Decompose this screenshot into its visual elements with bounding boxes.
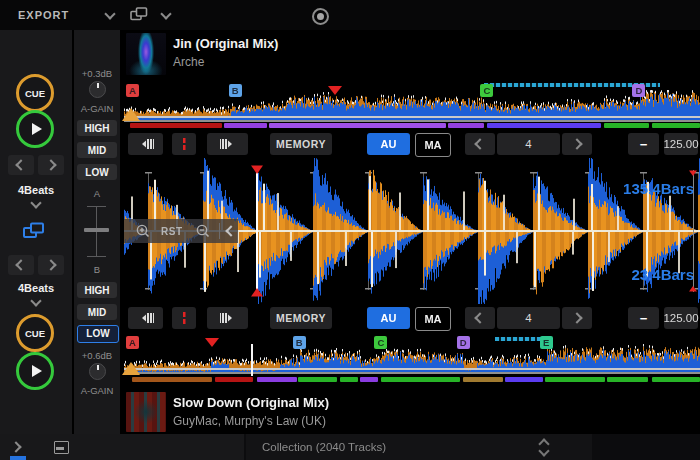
deck-b-beat-jump-fwd-button[interactable] (38, 255, 64, 275)
hot-cue-marker-C[interactable]: C (480, 84, 493, 97)
hot-cue-marker-B[interactable]: B (229, 84, 242, 97)
layout-switcher-icon[interactable] (130, 7, 148, 26)
chevron-left-icon (474, 138, 485, 149)
browser-panel-icon[interactable] (54, 441, 69, 454)
deck-b-cue-label: CUE (25, 328, 45, 339)
export-mode-label[interactable]: EXPORT (18, 9, 69, 21)
chevron-right-icon (45, 159, 56, 170)
deck-a-eq-low-button[interactable]: LOW (77, 164, 117, 180)
transport-sidebar: CUE 4Beats 4Beats CUE (0, 30, 74, 434)
hot-cue-marker-C[interactable]: C (374, 336, 387, 349)
deck-a-gain-knob[interactable] (89, 81, 106, 98)
hot-cue-marker-B[interactable]: B (293, 336, 306, 349)
deck-b-cue-button[interactable]: CUE (16, 314, 54, 352)
auto-beat-sync-button[interactable]: AU (367, 133, 410, 155)
hot-cue-marker-E[interactable]: E (540, 336, 553, 349)
deck-b-phrase-strip (124, 377, 700, 382)
tempo-minus-button[interactable]: − (628, 307, 659, 329)
zoomed-waveform-panel[interactable]: 135.4Bars 23.4Bars RST (124, 158, 700, 304)
deck-a-bpm-field[interactable]: 125.00 (664, 133, 698, 155)
deck-b-bpm-field[interactable]: 125.00 (664, 307, 698, 329)
deck-b-eq-mid-button[interactable]: MID (77, 304, 117, 320)
deck-b-play-button[interactable] (16, 352, 54, 390)
hot-cue-marker-D[interactable]: D (457, 336, 470, 349)
phrase-segment (224, 123, 267, 128)
record-icon[interactable] (312, 8, 329, 25)
deck-b-beat-jump-back-button[interactable] (8, 255, 34, 275)
grid-marker-button[interactable] (172, 133, 196, 155)
memory-button[interactable]: MEMORY (270, 133, 332, 155)
deck-a-beat-jump-back-button[interactable] (8, 155, 34, 175)
deck-a-cue-button[interactable]: CUE (16, 74, 54, 112)
deck-a-beats-chevron-icon[interactable] (30, 197, 41, 208)
collapse-zoom-controls-icon[interactable] (225, 225, 236, 236)
fader-cap-top (87, 206, 106, 207)
export-dropdown-chevron-icon[interactable] (104, 8, 115, 19)
expand-panel-icon[interactable] (10, 441, 21, 452)
auto-beat-sync-button[interactable]: AU (367, 307, 410, 329)
deck-b-beats-chevron-icon[interactable] (30, 295, 41, 306)
deck-a-album-art (126, 33, 166, 75)
grid-shift-right-button[interactable] (207, 307, 248, 329)
phrase-segment (487, 123, 601, 128)
beat-jump-increase-button[interactable] (562, 307, 592, 329)
hot-cue-marker-A[interactable]: A (126, 84, 139, 97)
beat-jump-increase-button[interactable] (562, 133, 592, 155)
phrase-segment (215, 377, 253, 382)
beat-jump-value-field[interactable]: 4 (497, 133, 560, 155)
deck-b-track-title: Slow Down (Original Mix) (173, 395, 329, 410)
phrase-segment (298, 377, 337, 382)
deck-b-gain-knob[interactable] (89, 363, 106, 380)
phrase-segment (545, 377, 605, 382)
manual-button[interactable]: MA (415, 307, 451, 331)
zoom-in-icon[interactable] (136, 224, 150, 238)
deck-a-eq-mid-button[interactable]: MID (77, 142, 117, 158)
sort-down-icon[interactable] (538, 445, 549, 456)
crossfader-handle[interactable] (84, 228, 109, 232)
deck-a-eq-high-button[interactable]: HIGH (77, 120, 117, 136)
divider (219, 223, 220, 239)
overview-playhead-icon (205, 338, 219, 347)
fader-b-label: B (74, 264, 120, 275)
overview-baseline (124, 372, 700, 374)
play-icon (32, 365, 42, 377)
phrase-segment (607, 377, 648, 382)
beat-jump-value-field[interactable]: 4 (497, 307, 560, 329)
phrase-segment (448, 123, 484, 128)
deck-a-overview-waveform[interactable]: ABCD (124, 84, 700, 130)
deck-b-overview-waveform[interactable]: ABCDE (124, 336, 700, 388)
dual-window-icon (130, 7, 148, 22)
top-bar: EXPORT (0, 0, 700, 31)
deck-a-beat-jump-fwd-button[interactable] (38, 155, 64, 175)
deck-b-eq-high-button[interactable]: HIGH (77, 282, 117, 298)
deck-a-beats-selector[interactable]: 4Beats (0, 184, 72, 196)
overview-baseline (124, 120, 700, 122)
zoom-reset-button[interactable]: RST (161, 226, 183, 237)
zoom-out-icon[interactable] (196, 224, 210, 238)
phrase-segment (505, 377, 543, 382)
beat-jump-decrease-button[interactable] (465, 133, 495, 155)
deck-a-start-marker-icon (122, 108, 140, 121)
phrase-segment (269, 123, 446, 128)
layout-dropdown-chevron-icon[interactable] (160, 8, 171, 19)
chevron-right-icon (45, 259, 56, 270)
grid-shift-right-button[interactable] (207, 133, 248, 155)
beat-jump-decrease-button[interactable] (465, 307, 495, 329)
hot-cue-marker-D[interactable]: D (632, 84, 645, 97)
deck-b-gain-value: +0.6dB (74, 350, 120, 361)
memory-button[interactable]: MEMORY (270, 307, 332, 329)
phrase-segment (604, 123, 649, 128)
deck-a-cue-label: CUE (25, 88, 45, 99)
hot-cue-marker-A[interactable]: A (126, 336, 139, 349)
phrase-segment (340, 377, 358, 382)
manual-button[interactable]: MA (415, 133, 451, 157)
grid-shift-left-button[interactable] (128, 133, 163, 155)
deck-b-eq-low-button[interactable]: LOW (77, 325, 119, 343)
deck-b-beats-selector[interactable]: 4Beats (0, 282, 72, 294)
link-icon[interactable] (23, 222, 45, 244)
tempo-minus-button[interactable]: − (628, 133, 659, 155)
grid-marker-button[interactable] (172, 307, 196, 329)
grid-shift-left-button[interactable] (128, 307, 163, 329)
deck-a-play-button[interactable] (16, 110, 54, 148)
overview-baseline (124, 116, 700, 118)
